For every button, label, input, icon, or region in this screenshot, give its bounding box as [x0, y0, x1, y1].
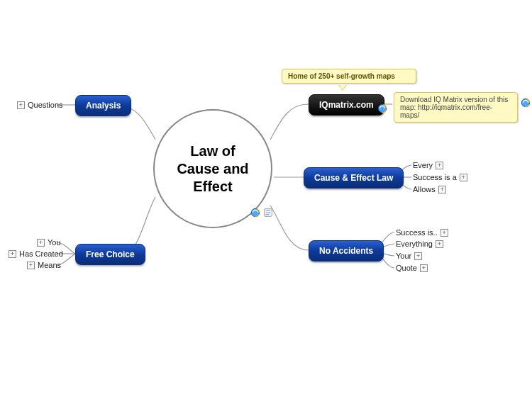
branch-label: Free Choice	[86, 249, 135, 259]
document-icon[interactable]	[263, 208, 273, 218]
expand-icon[interactable]: +	[436, 240, 443, 248]
branch-iqmatrix[interactable]: IQmatrix.com	[309, 94, 384, 116]
expand-icon[interactable]: +	[9, 250, 16, 258]
sub-item-success-is[interactable]: Success is.. +	[396, 228, 448, 237]
expand-icon[interactable]: +	[440, 229, 448, 237]
expand-icon[interactable]: +	[460, 174, 467, 181]
sub-label: Means	[38, 261, 61, 269]
download-text: Download IQ Matrix version of this map: …	[400, 96, 508, 119]
center-title: Law of Cause and Effect	[177, 142, 248, 196]
sub-label: Questions	[28, 101, 63, 109]
branch-label: IQmatrix.com	[319, 100, 374, 110]
sub-item-you[interactable]: + You	[37, 238, 61, 247]
expand-icon[interactable]: +	[436, 162, 443, 169]
sub-item-quote[interactable]: Quote +	[396, 264, 428, 272]
expand-icon[interactable]: +	[414, 252, 422, 260]
expand-icon[interactable]: +	[420, 264, 428, 272]
sub-item-everything[interactable]: Everything +	[396, 240, 443, 248]
ie-icon[interactable]	[521, 98, 531, 108]
sub-item-questions[interactable]: + Questions	[17, 101, 63, 109]
sub-item-allows[interactable]: Allows +	[413, 185, 446, 193]
callout-note: Home of 250+ self-growth maps	[282, 69, 416, 84]
ie-icon[interactable]	[377, 103, 387, 113]
expand-icon[interactable]: +	[438, 186, 446, 193]
branch-cause-effect[interactable]: Cause & Effect Law	[304, 167, 404, 189]
sub-label: You	[48, 238, 61, 247]
branch-analysis[interactable]: Analysis	[75, 95, 131, 116]
ie-icon[interactable]	[250, 208, 260, 218]
sub-label: Quote	[396, 264, 417, 272]
sub-label: Everything	[396, 240, 433, 248]
sub-item-means[interactable]: + Means	[27, 261, 61, 269]
branch-label: Cause & Effect Law	[314, 173, 393, 183]
branch-free-choice[interactable]: Free Choice	[75, 244, 145, 265]
branch-label: Analysis	[86, 101, 121, 111]
sub-item-your[interactable]: Your +	[396, 252, 422, 260]
sub-item-has-created[interactable]: + Has Created	[9, 249, 63, 258]
expand-icon[interactable]: +	[37, 239, 45, 247]
download-note[interactable]: Download IQ Matrix version of this map: …	[394, 92, 518, 123]
expand-icon[interactable]: +	[27, 262, 35, 269]
sub-label: Your	[396, 252, 411, 260]
sub-label: Success is a	[413, 173, 457, 181]
expand-icon[interactable]: +	[17, 101, 25, 109]
sub-label: Allows	[413, 185, 436, 193]
branch-no-accidents[interactable]: No Accidents	[309, 240, 384, 262]
sub-label: Has Created	[19, 249, 63, 258]
branch-label: No Accidents	[319, 246, 373, 256]
sub-item-every[interactable]: Every +	[413, 161, 443, 169]
sub-label: Success is..	[396, 228, 438, 237]
sub-item-success-is-a[interactable]: Success is a +	[413, 173, 467, 181]
center-icons	[250, 208, 273, 218]
sub-label: Every	[413, 161, 433, 169]
callout-text: Home of 250+ self-growth maps	[288, 72, 395, 80]
